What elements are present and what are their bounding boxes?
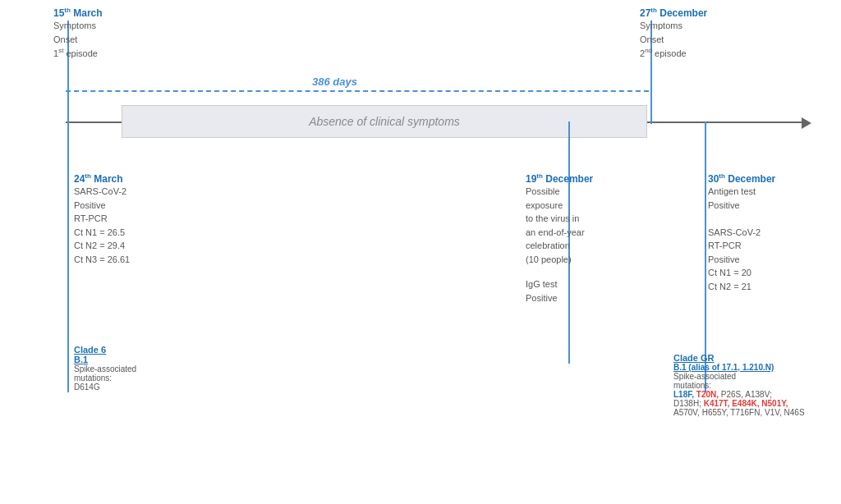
event-march15: 15th March SymptomsOnset1st episode [53,7,103,60]
clade2-mutations1: L18F, T20N, P26S, A138V; [673,390,805,399]
absence-text: Absence of clinical symptoms [309,115,460,128]
dec19-igg: IgG testPositive [526,277,593,305]
timeline-arrow [802,117,811,129]
main-canvas: 386 days Absence of clinical symptoms 15… [0,0,841,504]
dec27-title: 27th December [640,7,707,19]
event-dec30: 30th December Antigen testPositiveSARS-C… [708,172,775,293]
march15-text: SymptomsOnset1st episode [53,19,103,60]
dec30-text: Antigen testPositiveSARS-CoV-2RT-PCRPosi… [708,185,775,293]
dec27-text: SymptomsOnset2nd episode [640,19,707,60]
dec19-title: 19th December [526,172,593,185]
event-march24: 24th March SARS-CoV-2PositiveRT-PCRCt N1… [74,172,130,266]
march24-text: SARS-CoV-2PositiveRT-PCRCt N1 = 26.5Ct N… [74,185,130,266]
march15-title: 15th March [53,7,103,19]
clade2-mutations2: D138H; K417T, E484K, N501Y, [673,399,805,408]
clade2-text: Spike-associatedmutations: [673,372,805,390]
march24-title: 24th March [74,172,130,185]
dec30-title: 30th December [708,172,775,185]
vline-dec30 [705,121,706,392]
clade1-text: Spike-associatedmutations:D614G [74,364,136,392]
dec19-text: Possibleexposureto the virus inan end-of… [526,185,593,266]
event-clade2: Clade GR B.1 (alias of 17.1, 1.210.N) Sp… [673,353,805,417]
clade1-sublabel: B.1 [74,355,136,364]
event-dec19: 19th December Possibleexposureto the vir… [526,172,593,305]
clade1-label: Clade 6 [74,345,136,355]
event-clade1: Clade 6 B.1 Spike-associatedmutations:D6… [74,345,136,392]
event-dec27: 27th December SymptomsOnset2nd episode [640,7,707,60]
days-label: 386 days [312,76,357,88]
vline-march24 [67,121,69,392]
clade2-mutations3: A570V, H655Y, T716FN, V1V, N46S [673,408,805,417]
clade2-label: Clade GR [673,353,805,363]
clade2-sublabel: B.1 (alias of 17.1, 1.210.N) [673,363,805,372]
dashed-line [66,90,649,92]
